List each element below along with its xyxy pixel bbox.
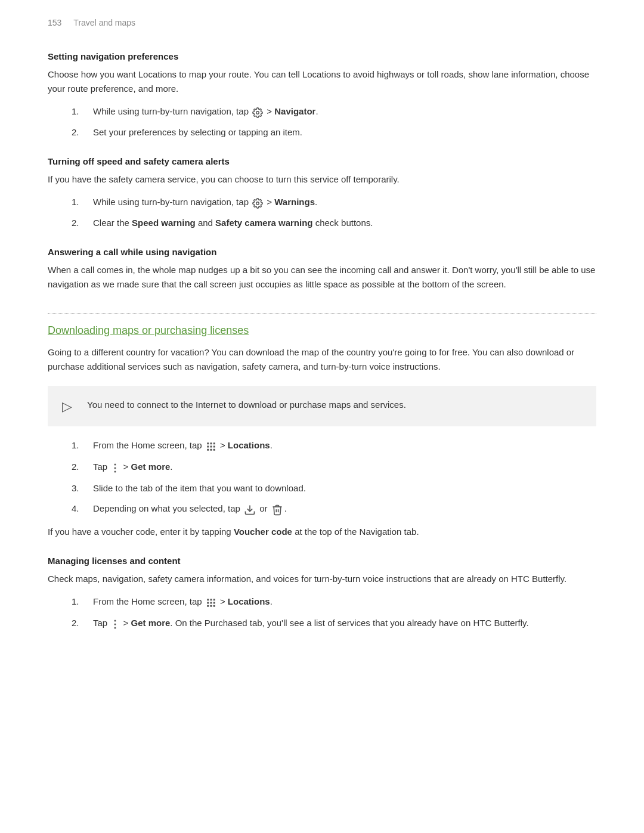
trash-bin-icon xyxy=(271,502,283,516)
step-content: Depending on what you selected, tap or xyxy=(93,501,596,516)
svg-rect-5 xyxy=(207,446,209,448)
bold-text: Safety camera warning xyxy=(215,218,312,228)
bold-text: Locations xyxy=(228,440,270,450)
section-heading-speed: Turning off speed and safety camera aler… xyxy=(48,156,596,166)
note-text: You need to connect to the Internet to d… xyxy=(87,398,406,412)
svg-rect-15 xyxy=(207,599,209,600)
steps-list-managing: 1. From the Home screen, tap xyxy=(48,594,596,631)
section-answering-call: Answering a call while using navigation … xyxy=(48,247,596,292)
step-content: Clear the Speed warning and Safety camer… xyxy=(93,216,596,230)
list-item: 2. Tap > Get more. xyxy=(48,460,596,475)
gear-icon xyxy=(252,105,263,119)
section-heading-call: Answering a call while using navigation xyxy=(48,247,596,257)
list-item: 3. Slide to the tab of the item that you… xyxy=(48,481,596,496)
svg-point-11 xyxy=(114,463,116,465)
steps-list-speed: 1. While using turn-by-turn navigation, … xyxy=(48,195,596,230)
svg-rect-19 xyxy=(210,602,212,603)
section-heading-managing: Managing licenses and content xyxy=(48,556,596,566)
bold-text: Voucher code xyxy=(234,527,292,537)
page-number: 153 xyxy=(48,18,61,27)
step-number: 1. xyxy=(72,594,83,609)
step-content: Tap > Get more. xyxy=(93,460,596,475)
svg-rect-20 xyxy=(213,602,215,603)
step-number: 2. xyxy=(72,616,83,630)
step-number: 1. xyxy=(72,104,83,119)
svg-point-1 xyxy=(256,202,259,205)
bold-text: Navigator xyxy=(274,106,315,116)
svg-point-24 xyxy=(114,620,116,621)
apps-grid-icon xyxy=(206,594,216,610)
apps-grid-icon xyxy=(206,438,216,454)
svg-rect-17 xyxy=(213,599,215,600)
body-text-downloading: Going to a different country for vacatio… xyxy=(48,345,596,374)
section-downloading-maps: Downloading maps or purchasing licenses … xyxy=(48,313,596,539)
step-content: From the Home screen, tap > Locatio xyxy=(93,594,596,610)
page-title-header: Travel and maps xyxy=(73,18,135,27)
step-number: 1. xyxy=(72,195,83,209)
svg-point-12 xyxy=(114,467,116,469)
step-content: Slide to the tab of the item that you wa… xyxy=(93,481,596,496)
note-box: ▷ You need to connect to the Internet to… xyxy=(48,386,596,426)
svg-rect-9 xyxy=(210,449,212,451)
section-heading-downloading: Downloading maps or purchasing licenses xyxy=(48,324,596,337)
footer-text-voucher: If you have a voucher code, enter it by … xyxy=(48,525,596,539)
steps-list-downloading: 1. From the Home screen, tap xyxy=(48,438,596,516)
flag-icon: ▷ xyxy=(62,399,76,414)
bold-text: Get more xyxy=(131,618,170,628)
list-item: 1. While using turn-by-turn navigation, … xyxy=(48,195,596,210)
svg-rect-22 xyxy=(210,605,212,607)
svg-point-0 xyxy=(256,112,259,114)
svg-rect-3 xyxy=(210,442,212,444)
bold-text: Locations xyxy=(228,596,270,606)
section-turning-off-speed: Turning off speed and safety camera aler… xyxy=(48,156,596,230)
step-number: 3. xyxy=(72,481,83,496)
list-item: 2. Tap > Get more. On the Purchased tab,… xyxy=(48,616,596,631)
svg-rect-18 xyxy=(207,602,209,603)
more-dots-icon xyxy=(111,616,119,631)
svg-rect-23 xyxy=(213,605,215,607)
svg-rect-21 xyxy=(207,605,209,607)
svg-rect-10 xyxy=(213,449,215,451)
steps-list-setting-nav: 1. While using turn-by-turn navigation, … xyxy=(48,104,596,140)
svg-rect-4 xyxy=(213,442,215,444)
svg-point-13 xyxy=(114,470,116,472)
svg-rect-6 xyxy=(210,446,212,448)
svg-rect-16 xyxy=(210,599,212,600)
svg-point-25 xyxy=(114,623,116,625)
step-content: Tap > Get more. On the Purchased tab, yo… xyxy=(93,616,596,631)
list-item: 1. From the Home screen, tap xyxy=(48,594,596,610)
step-number: 2. xyxy=(72,460,83,474)
list-item: 1. While using turn-by-turn navigation, … xyxy=(48,104,596,119)
body-text-managing: Check maps, navigation, safety camera in… xyxy=(48,572,596,586)
download-icon xyxy=(244,502,256,516)
step-content: While using turn-by-turn navigation, tap… xyxy=(93,104,596,119)
svg-rect-8 xyxy=(207,449,209,451)
bold-text: Warnings xyxy=(274,197,315,207)
step-number: 2. xyxy=(72,216,83,230)
more-dots-icon xyxy=(111,460,119,475)
body-text-speed: If you have the safety camera service, y… xyxy=(48,172,596,187)
page-header: 153 Travel and maps xyxy=(48,18,596,27)
section-heading-setting-nav: Setting navigation preferences xyxy=(48,51,596,61)
gear-icon xyxy=(252,196,263,210)
section-managing-licenses: Managing licenses and content Check maps… xyxy=(48,556,596,631)
body-text-call: When a call comes in, the whole map nudg… xyxy=(48,263,596,292)
step-number: 4. xyxy=(72,501,83,516)
svg-rect-2 xyxy=(207,442,209,444)
step-content: Set your preferences by selecting or tap… xyxy=(93,125,596,140)
list-item: 2. Clear the Speed warning and Safety ca… xyxy=(48,216,596,230)
section-setting-nav-prefs: Setting navigation preferences Choose ho… xyxy=(48,51,596,140)
list-item: 1. From the Home screen, tap xyxy=(48,438,596,454)
body-text-setting-nav: Choose how you want Locations to map you… xyxy=(48,67,596,96)
svg-point-26 xyxy=(114,627,116,628)
step-content: From the Home screen, tap > Locatio xyxy=(93,438,596,454)
step-content: While using turn-by-turn navigation, tap… xyxy=(93,195,596,210)
bold-text: Get more xyxy=(131,462,170,472)
bold-text: Speed warning xyxy=(132,218,196,228)
svg-rect-7 xyxy=(213,446,215,448)
list-item: 2. Set your preferences by selecting or … xyxy=(48,125,596,140)
list-item: 4. Depending on what you selected, tap o… xyxy=(48,501,596,516)
step-number: 2. xyxy=(72,125,83,140)
step-number: 1. xyxy=(72,438,83,453)
